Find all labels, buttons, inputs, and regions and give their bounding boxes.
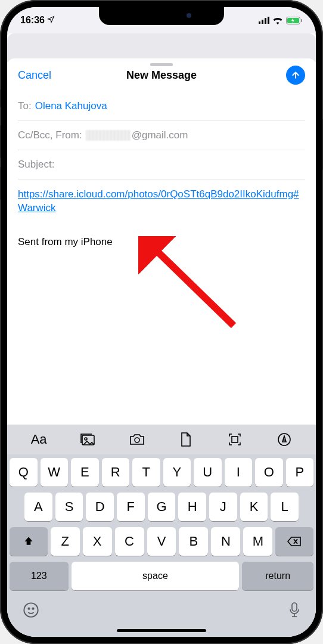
keyboard-row-1: Q W E R T Y U I O P	[10, 458, 313, 487]
keyboard-row-2: A S D F G H J K L	[10, 493, 313, 521]
keyboard-row-3: Z X C V B N M	[10, 527, 313, 556]
phone-frame: 16:36 Cancel	[0, 0, 323, 644]
screen: 16:36 Cancel	[7, 7, 316, 637]
cancel-button[interactable]: Cancel	[18, 69, 51, 82]
from-suffix: @gmail.com	[132, 129, 188, 141]
message-body[interactable]: https://share.icloud.com/photos/0rQoSTt6…	[7, 179, 316, 249]
text-format-button[interactable]: Aa	[27, 428, 51, 451]
emoji-button[interactable]	[23, 602, 39, 621]
notch	[99, 7, 224, 25]
scan-button[interactable]	[223, 428, 247, 451]
volume-up-button	[0, 125, 1, 158]
svg-rect-11	[232, 436, 238, 442]
key-o[interactable]: O	[255, 458, 283, 487]
key-j[interactable]: J	[209, 493, 237, 521]
emoji-icon	[23, 602, 39, 618]
from-value: @gmail.com	[86, 129, 188, 141]
key-p[interactable]: P	[286, 458, 314, 487]
annotation-arrow	[138, 236, 246, 332]
compose-fields: To: Olena Kahujova Cc/Bcc, From: @gmail.…	[7, 92, 316, 179]
keyboard-toolbar: Aa	[7, 425, 316, 454]
key-y[interactable]: Y	[163, 458, 191, 487]
key-k[interactable]: K	[240, 493, 268, 521]
shift-icon	[23, 535, 35, 547]
keyboard: Aa	[7, 425, 316, 637]
key-f[interactable]: F	[117, 493, 145, 521]
keyboard-bottom-bar	[7, 596, 316, 628]
cc-bcc-from-field[interactable]: Cc/Bcc, From: @gmail.com	[18, 121, 305, 150]
svg-rect-3	[268, 17, 269, 24]
key-shift[interactable]	[10, 527, 48, 556]
navigation-bar: Cancel New Message	[7, 58, 316, 92]
key-123[interactable]: 123	[10, 562, 69, 590]
to-label: To:	[18, 100, 32, 112]
svg-point-14	[24, 603, 38, 617]
send-button[interactable]	[286, 66, 305, 85]
key-t[interactable]: T	[132, 458, 160, 487]
battery-charging-icon	[286, 17, 303, 24]
key-z[interactable]: Z	[51, 527, 80, 556]
status-time: 16:36	[20, 15, 45, 26]
svg-rect-1	[262, 20, 263, 24]
key-w[interactable]: W	[41, 458, 69, 487]
key-h[interactable]: H	[178, 493, 206, 521]
key-space[interactable]: space	[72, 562, 240, 590]
key-n[interactable]: N	[211, 527, 240, 556]
key-s[interactable]: S	[55, 493, 83, 521]
location-arrow-icon	[47, 15, 55, 26]
photos-button[interactable]	[76, 428, 100, 451]
svg-point-16	[32, 608, 33, 609]
compose-sheet: Cancel New Message To: Olena Kahujova Cc…	[7, 58, 316, 637]
svg-rect-6	[301, 19, 302, 22]
email-signature: Sent from my iPhone	[18, 236, 305, 249]
home-indicator[interactable]	[117, 629, 206, 632]
key-e[interactable]: E	[71, 458, 99, 487]
keyboard-row-4: 123 space return	[10, 562, 313, 590]
page-title: New Message	[7, 69, 316, 82]
to-field[interactable]: To: Olena Kahujova	[18, 92, 305, 121]
key-return[interactable]: return	[242, 562, 313, 590]
backspace-icon	[287, 536, 302, 547]
svg-rect-17	[292, 603, 297, 611]
subject-label: Subject:	[18, 159, 54, 171]
key-b[interactable]: B	[179, 527, 208, 556]
svg-line-7	[149, 243, 234, 326]
document-button[interactable]	[174, 428, 198, 451]
svg-point-15	[28, 608, 29, 609]
key-g[interactable]: G	[148, 493, 176, 521]
svg-rect-2	[265, 18, 266, 24]
key-x[interactable]: X	[83, 527, 112, 556]
key-u[interactable]: U	[194, 458, 222, 487]
key-a[interactable]: A	[24, 493, 52, 521]
camera-button[interactable]	[125, 428, 149, 451]
subject-field[interactable]: Subject:	[18, 150, 305, 179]
volume-down-button	[0, 167, 1, 200]
redacted-email-prefix	[86, 130, 131, 141]
key-m[interactable]: M	[243, 527, 272, 556]
microphone-icon	[288, 602, 300, 618]
key-backspace[interactable]	[275, 527, 313, 556]
key-q[interactable]: Q	[10, 458, 38, 487]
svg-point-10	[135, 438, 139, 442]
arrow-up-icon	[291, 70, 300, 80]
to-value: Olena Kahujova	[35, 100, 107, 112]
key-d[interactable]: D	[86, 493, 114, 521]
key-i[interactable]: I	[225, 458, 253, 487]
svg-point-9	[85, 438, 87, 440]
cellular-signal-icon	[259, 17, 269, 24]
wifi-icon	[272, 17, 283, 24]
markup-button[interactable]	[272, 428, 296, 451]
dictation-button[interactable]	[288, 602, 300, 621]
key-v[interactable]: V	[147, 527, 176, 556]
cc-bcc-from-label: Cc/Bcc, From:	[18, 129, 82, 141]
svg-rect-0	[259, 21, 260, 24]
key-c[interactable]: C	[115, 527, 144, 556]
key-l[interactable]: L	[271, 493, 299, 521]
icloud-share-link[interactable]: https://share.icloud.com/photos/0rQoSTt6…	[18, 188, 299, 213]
sheet-background-layer	[7, 33, 316, 62]
mute-switch	[0, 89, 1, 107]
key-r[interactable]: R	[102, 458, 130, 487]
